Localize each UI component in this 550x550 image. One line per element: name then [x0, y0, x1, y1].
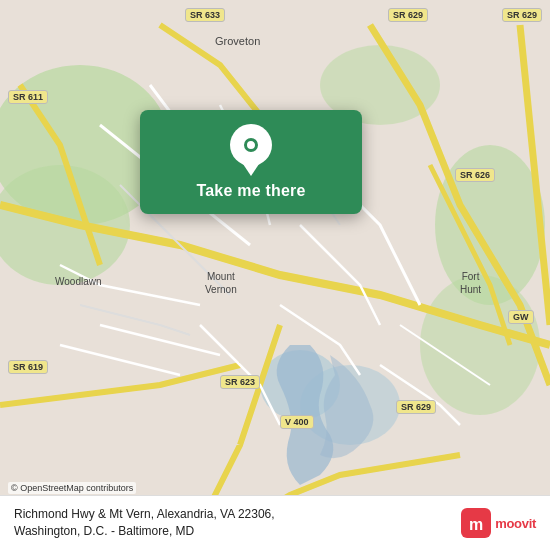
- route-label-sr611: SR 611: [8, 90, 48, 104]
- route-label-gw: GW: [508, 310, 534, 324]
- popup-label[interactable]: Take me there: [196, 182, 305, 200]
- route-label-sr629-bot: SR 629: [396, 400, 436, 414]
- route-label-sr623: SR 623: [220, 375, 260, 389]
- route-label-sr629-tr: SR 629: [502, 8, 542, 22]
- route-label-sr626: SR 626: [455, 168, 495, 182]
- label-groveton: Groveton: [215, 35, 260, 47]
- bottom-bar: Richmond Hwy & Mt Vern, Alexandria, VA 2…: [0, 495, 550, 550]
- osm-attribution: © OpenStreetMap contributors: [8, 482, 136, 494]
- moovit-icon: m: [461, 508, 491, 538]
- popup-card[interactable]: Take me there: [140, 110, 362, 214]
- label-woodlawn: Woodlawn: [55, 275, 102, 288]
- route-label-sr633: SR 633: [185, 8, 225, 22]
- route-label-v400: V 400: [280, 415, 314, 429]
- map-container: Groveton Woodlawn MountVernon FortHunt S…: [0, 0, 550, 550]
- svg-text:m: m: [469, 516, 483, 533]
- moovit-text: moovit: [495, 516, 536, 531]
- route-label-sr629-top: SR 629: [388, 8, 428, 22]
- route-label-sr619: SR 619: [8, 360, 48, 374]
- moovit-logo: m moovit: [461, 508, 536, 538]
- label-fort-hunt: FortHunt: [460, 270, 481, 296]
- label-mount-vernon: MountVernon: [205, 270, 237, 296]
- address-text: Richmond Hwy & Mt Vern, Alexandria, VA 2…: [14, 506, 451, 540]
- address-line1: Richmond Hwy & Mt Vern, Alexandria, VA 2…: [14, 507, 275, 521]
- svg-point-5: [420, 275, 540, 415]
- location-pin-icon: [230, 124, 272, 166]
- address-line2: Washington, D.C. - Baltimore, MD: [14, 524, 194, 538]
